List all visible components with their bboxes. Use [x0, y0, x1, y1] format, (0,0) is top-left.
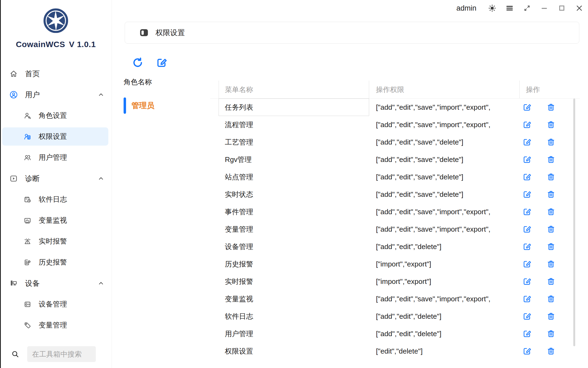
- row-actions: [522, 308, 556, 325]
- edit-row-icon[interactable]: [522, 120, 532, 130]
- delete-row-icon[interactable]: [546, 242, 556, 252]
- edit-row-icon[interactable]: [522, 294, 532, 304]
- tab-permission-settings[interactable]: 权限设置: [139, 28, 185, 38]
- sidebar-item-用户管理[interactable]: 用户管理: [0, 147, 112, 168]
- delete-row-icon[interactable]: [546, 224, 556, 234]
- edit-row-icon[interactable]: [522, 207, 532, 217]
- table-row-任务列表[interactable]: 任务列表["add","edit","save","import","expor…: [112, 99, 588, 116]
- table-row-实时报警[interactable]: 实时报警["import","export"]: [112, 273, 588, 290]
- delete-row-icon[interactable]: [546, 137, 556, 147]
- edit-row-icon[interactable]: [522, 329, 532, 339]
- aperture-logo-icon: [43, 8, 69, 34]
- delete-row-icon[interactable]: [546, 172, 556, 182]
- role-toolbar: [132, 57, 168, 69]
- delete-row-icon[interactable]: [546, 120, 556, 130]
- refresh-icon[interactable]: [132, 57, 144, 69]
- theme-sun-icon[interactable]: [483, 1, 501, 15]
- table-row-变量监视[interactable]: 变量监视["add","edit","save","import","expor…: [112, 290, 588, 308]
- table-row-流程管理[interactable]: 流程管理["add","edit","save","import","expor…: [112, 116, 588, 133]
- sidebar-item-用户[interactable]: 用户: [0, 84, 112, 105]
- delete-row-icon[interactable]: [546, 207, 556, 217]
- table-row-事件管理[interactable]: 事件管理["add","edit","save","import","expor…: [112, 203, 588, 220]
- delete-row-icon[interactable]: [546, 346, 556, 356]
- sidebar-item-label: 用户管理: [39, 153, 67, 162]
- menu-name-cell: Rgv管理: [225, 151, 252, 168]
- table-row-历史报警[interactable]: 历史报警["import","export"]: [112, 255, 588, 273]
- table-row-实时状态[interactable]: 实时状态["add","edit","save","delete"]: [112, 186, 588, 203]
- table-row-用户管理[interactable]: 用户管理["add","edit","delete"]: [112, 325, 588, 342]
- permissions-cell: ["edit","delete"]: [376, 342, 422, 360]
- sidebar-item-label: 首页: [25, 69, 40, 79]
- column-header-menu: 菜单名称: [225, 81, 253, 99]
- delete-row-icon[interactable]: [546, 277, 556, 286]
- edit-row-icon[interactable]: [522, 224, 532, 234]
- edit-row-icon[interactable]: [522, 259, 532, 269]
- sidebar-item-诊断[interactable]: 诊断: [0, 168, 112, 189]
- delete-row-icon[interactable]: [546, 311, 556, 321]
- sidebar-item-历史报警[interactable]: 历史报警: [0, 252, 112, 273]
- table-row-设备管理[interactable]: 设备管理["add","edit","delete"]: [112, 238, 588, 255]
- edit-icon[interactable]: [156, 57, 168, 69]
- edit-row-icon[interactable]: [522, 277, 532, 286]
- row-actions: [522, 342, 556, 360]
- row-actions: [522, 151, 556, 168]
- sidebar-item-label: 角色设置: [39, 111, 67, 120]
- edit-row-icon[interactable]: [522, 155, 532, 164]
- edit-row-icon[interactable]: [522, 346, 532, 356]
- sidebar-item-软件日志[interactable]: 软件日志: [0, 189, 112, 210]
- edit-row-icon[interactable]: [522, 242, 532, 252]
- tag-icon: [23, 321, 32, 329]
- column-separator: [219, 81, 219, 99]
- sidebar-item-变量监视[interactable]: 变量监视: [0, 210, 112, 231]
- delete-row-icon[interactable]: [546, 189, 556, 199]
- delete-row-icon[interactable]: [546, 259, 556, 269]
- vertical-scrollbar[interactable]: [573, 99, 575, 346]
- table-row-软件日志[interactable]: 软件日志["add","edit","delete"]: [112, 308, 588, 325]
- menu-icon[interactable]: [501, 1, 518, 15]
- delete-row-icon[interactable]: [546, 102, 556, 112]
- toolbox-search-input[interactable]: [27, 346, 96, 362]
- row-actions: [522, 203, 556, 220]
- column-separator: [369, 81, 369, 99]
- table-row-权限设置[interactable]: 权限设置["edit","delete"]: [112, 342, 588, 360]
- menu-name-cell: 设备管理: [225, 238, 253, 255]
- maximize-icon[interactable]: [553, 1, 571, 15]
- edit-row-icon[interactable]: [522, 189, 532, 199]
- table-row-Rgv管理[interactable]: Rgv管理["add","edit","save","delete"]: [112, 151, 588, 168]
- row-actions: [522, 133, 556, 151]
- row-actions: [522, 255, 556, 273]
- edit-row-icon[interactable]: [522, 102, 532, 112]
- sidebar-item-首页[interactable]: 首页: [0, 63, 112, 84]
- sidebar-item-变量管理[interactable]: 变量管理: [0, 315, 112, 336]
- close-icon[interactable]: [571, 1, 588, 15]
- sidebar-item-设备[interactable]: 设备: [0, 273, 112, 294]
- user-icon: [9, 90, 18, 99]
- table-row-工艺管理[interactable]: 工艺管理["add","edit","save","delete"]: [112, 133, 588, 151]
- app-name: CowainWCS: [16, 40, 65, 49]
- edit-row-icon[interactable]: [522, 137, 532, 147]
- sidebar-item-角色设置[interactable]: 角色设置: [0, 105, 112, 126]
- table-row-变量管理[interactable]: 变量管理["add","edit","save","import","expor…: [112, 220, 588, 238]
- permissions-cell: ["add","edit","save","import","export",: [376, 290, 490, 308]
- sidebar-item-设备管理[interactable]: 设备管理: [0, 294, 112, 315]
- window-titlebar: admin: [112, 0, 588, 16]
- history-alarm-icon: [23, 258, 32, 266]
- row-actions: [522, 325, 556, 342]
- expand-icon[interactable]: [518, 1, 536, 15]
- delete-row-icon[interactable]: [546, 155, 556, 164]
- delete-row-icon[interactable]: [546, 329, 556, 339]
- edit-row-icon[interactable]: [522, 311, 532, 321]
- sidebar-item-权限设置[interactable]: 权限设置: [0, 126, 112, 147]
- row-actions: [522, 273, 556, 290]
- main-area: admin 权限设置 角色名称 管理员 菜单名称 操作权限 操作 任务列表["a: [112, 0, 588, 368]
- server-icon: [23, 300, 32, 308]
- delete-row-icon[interactable]: [546, 294, 556, 304]
- row-actions: [522, 99, 556, 116]
- current-user-label[interactable]: admin: [456, 4, 476, 13]
- table-row-站点管理[interactable]: 站点管理["add","edit","save","delete"]: [112, 168, 588, 186]
- edit-row-icon[interactable]: [522, 172, 532, 182]
- minimize-icon[interactable]: [536, 1, 553, 15]
- permissions-cell: ["add","edit","save","import","export",: [376, 203, 490, 220]
- sidebar-item-实时报警[interactable]: 实时报警: [0, 231, 112, 252]
- sidebar-item-label: 历史报警: [39, 257, 67, 267]
